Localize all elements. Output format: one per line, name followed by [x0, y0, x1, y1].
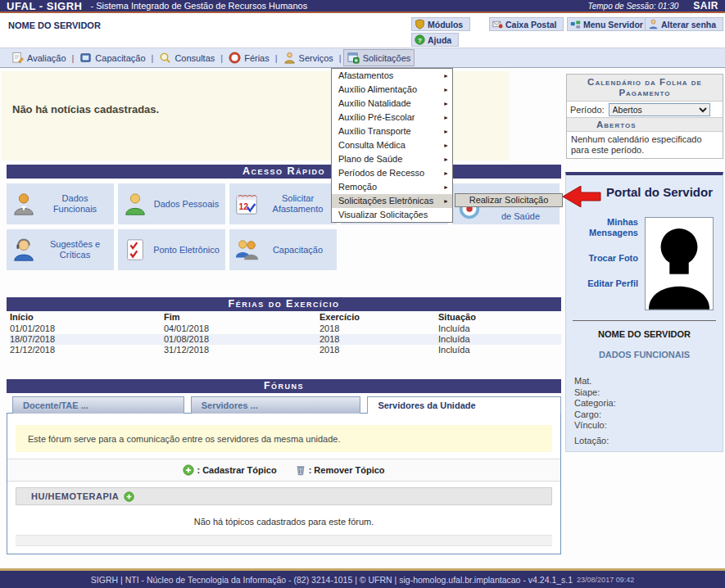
period-select[interactable]: Abertos — [609, 103, 710, 116]
table-cell: Incluída — [438, 323, 561, 334]
tab-servidores-da-unidade[interactable]: Servidores da Unidade — [367, 396, 561, 414]
remove-topic-icon — [295, 464, 306, 476]
change-password-icon — [648, 19, 659, 29]
session-timer: Tempo de Sessão: 01:30 — [588, 2, 679, 11]
portal-divider — [573, 320, 716, 321]
menu-auxilio-transporte[interactable]: Auxílio Transporte► — [332, 124, 452, 138]
calendar-panel-title: Calendário da Folha de Pagamento — [567, 75, 723, 102]
payroll-calendar-panel: Calendário da Folha de Pagamento Período… — [566, 74, 723, 159]
menu-plano-de-saude[interactable]: Plano de Saúde► — [332, 152, 452, 166]
link-editar-perfil[interactable]: Editar Perfil — [566, 278, 638, 289]
tile-sugestoes-criticas[interactable]: Sugestões e Críticas — [7, 229, 114, 270]
submenu-realizar-solicitacao[interactable]: Realizar Solicitação — [455, 193, 563, 207]
table-cell: 01/01/2018 — [10, 323, 164, 334]
forum-legend: : Cadastrar Tópico : Remover Tópico — [7, 459, 560, 482]
footer-timestamp: 23/08/2017 09:42 — [577, 576, 634, 584]
table-cell: Incluída — [438, 334, 561, 345]
services-person-icon — [283, 52, 296, 64]
top-bar: UFAL - SIGRH - Sistema Integrado de Gest… — [0, 0, 725, 13]
requests-window-icon — [347, 52, 360, 64]
solicitacoes-dropdown-menu: Afastamentos► Auxílio Alimentação► Auxíl… — [331, 68, 453, 223]
menu-periodos-de-recesso[interactable]: Períodos de Recesso► — [332, 166, 452, 180]
search-icon — [159, 52, 171, 64]
table-cell: 18/07/2018 — [10, 334, 164, 345]
menu-visualizar-solicitacoes[interactable]: Visualizar Solicitações — [332, 208, 452, 222]
profile-photo — [645, 217, 714, 310]
table-cell: 01/08/2018 — [164, 334, 319, 345]
col-fim: Fim — [164, 311, 319, 323]
silhouette-avatar — [646, 218, 713, 310]
forum-group-row: HU/HEMOTERAPIA — [16, 487, 552, 505]
forum-description: Este fórum serve para a comunicação entr… — [16, 425, 552, 452]
portal-functional-fields: Mat. Siape: Categoria: Cargo: Vínculo: L… — [566, 376, 723, 446]
period-label: Período: — [570, 105, 605, 115]
tab-docente-tae[interactable]: Docente/TAE ... — [12, 396, 184, 414]
tile-ponto-eletronico[interactable]: Ponto Eletrônico — [118, 229, 225, 270]
submenu-arrow-icon: ► — [443, 138, 449, 152]
field-label: Mat. — [574, 376, 723, 387]
forums-panel: Fóruns Docente/TAE ... Servidores ... Se… — [7, 379, 561, 554]
tile-dados-funcionais[interactable]: Dados Funcionais — [7, 183, 114, 224]
submenu-arrow-icon: ► — [443, 124, 449, 138]
training-icon — [79, 52, 92, 64]
menu-item-solicitacoes[interactable]: Solicitações — [344, 50, 415, 66]
link-trocar-foto[interactable]: Trocar Foto — [566, 253, 638, 264]
menu-separator: | — [275, 53, 278, 63]
table-cell: 04/01/2018 — [164, 323, 319, 334]
checklist-icon — [123, 237, 147, 262]
menu-separator: | — [220, 53, 223, 63]
logout-link[interactable]: SAIR — [693, 0, 718, 11]
field-label: Cargo: — [574, 409, 723, 421]
tile-dados-pessoais[interactable]: Dados Pessoais — [118, 183, 225, 224]
field-label: Vínculo: — [574, 420, 723, 432]
menu-consulta-medica[interactable]: Consulta Médica► — [332, 138, 452, 152]
menu-afastamentos[interactable]: Afastamentos► — [332, 69, 452, 83]
menu-item-avaliacao[interactable]: Avaliação — [8, 50, 70, 66]
menu-auxilio-pre-escolar[interactable]: Auxílio Pré-Escolar► — [332, 111, 452, 124]
calendar-status-header: Abertos — [567, 117, 723, 132]
server-menu-button[interactable]: Menu Servidor — [567, 17, 650, 31]
mailbox-button[interactable]: Caixa Postal — [489, 17, 564, 31]
add-topic-icon — [183, 464, 194, 476]
main-menu-bar: Avaliação | Capacitação | Consultas | Fé… — [0, 47, 725, 68]
submenu-arrow-icon: ► — [443, 97, 449, 111]
menu-item-capacitacao[interactable]: Capacitação — [76, 50, 148, 66]
forum-content-box: Este fórum serve para a comunicação entr… — [7, 413, 561, 554]
submenu-arrow-icon: ► — [443, 166, 449, 180]
red-pointer-arrow — [563, 186, 601, 207]
modules-button[interactable]: Módulos — [411, 17, 470, 31]
table-cell: 21/12/2018 — [10, 345, 164, 355]
forum-empty-message: Não há tópicos cadastrados para este fór… — [7, 505, 560, 535]
change-password-button[interactable]: Alterar senha — [645, 17, 723, 31]
menu-remocao[interactable]: Remoção► — [332, 180, 452, 194]
add-topic-icon[interactable] — [124, 491, 134, 502]
link-minhas-mensagens[interactable]: Minhas Mensagens — [566, 217, 638, 238]
menu-item-consultas[interactable]: Consultas — [156, 50, 218, 66]
menu-separator: | — [152, 53, 154, 63]
vacations-title: Férias do Exercício — [7, 297, 561, 311]
person-green-icon — [123, 192, 147, 216]
menu-item-ferias[interactable]: Férias — [225, 50, 273, 66]
forum-group-title: HU/HEMOTERAPIA — [31, 491, 119, 501]
tile-capacitacao[interactable]: Capacitação — [229, 229, 337, 270]
col-situacao: Situação — [438, 311, 561, 323]
two-people-icon — [234, 237, 259, 262]
person-gray-icon — [11, 192, 36, 216]
svg-text:?: ? — [418, 37, 422, 44]
quick-access-row-2: Sugestões e Críticas Ponto Eletrônico Ca… — [7, 229, 561, 270]
no-news-message: Não há notícias cadastradas. — [12, 103, 159, 115]
forum-tabs: Docente/TAE ... Servidores ... Servidore… — [12, 396, 561, 414]
menu-solicitacoes-eletronicas[interactable]: Solicitações Eletrônicas► — [332, 194, 452, 208]
evaluation-icon — [11, 52, 24, 64]
submenu-arrow-icon: ► — [443, 83, 449, 97]
help-button[interactable]: ? Ajuda — [411, 33, 459, 47]
server-menu-icon — [570, 19, 581, 29]
forum-empty-row — [16, 545, 552, 554]
menu-auxilio-natalidade[interactable]: Auxílio Natalidade► — [332, 97, 452, 111]
submenu-arrow-icon: ► — [443, 69, 449, 83]
menu-item-servicos[interactable]: Serviços — [280, 50, 337, 66]
menu-auxilio-alimentacao[interactable]: Auxílio Alimentação► — [332, 83, 452, 97]
tile-solicitar-afastamento[interactable]: 12 Solicitar Afastamento — [229, 183, 337, 224]
tab-servidores[interactable]: Servidores ... — [191, 396, 361, 414]
calendar-icon: 12 — [234, 192, 259, 216]
